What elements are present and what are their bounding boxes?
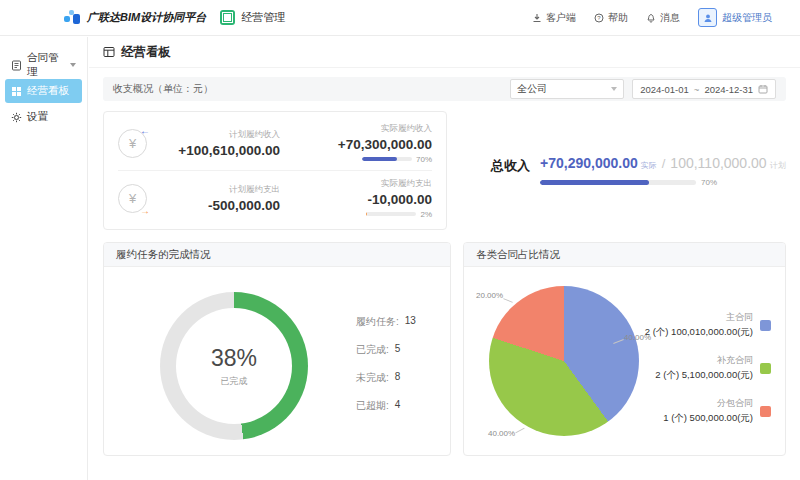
progress-fill [366, 212, 367, 216]
actual-expense: 实际履约支出 -10,000.00 2% [292, 178, 432, 219]
panel-title: 各类合同占比情况 [464, 243, 785, 267]
sidebar: 合同管理 经营看板 设置 [0, 37, 88, 480]
task-stats: 履约任务: 13 已完成: 5 未完成: 8 已超期: [356, 315, 416, 413]
income-row: ¥ ← 计划履约收入 +100,610,000.00 实际履约收入 +70,30… [118, 116, 432, 170]
donut-sublabel: 已完成 [221, 375, 248, 388]
donut-percent: 38% [211, 345, 257, 372]
chevron-down-icon [70, 63, 76, 67]
task-donut-chart: 38% 已完成 [160, 292, 308, 440]
main-content: 经营看板 收支概况（单位：元） 全公司 2024-01-01 ~ 2024-12… [89, 37, 800, 480]
contract-ratio-panel: 各类合同占比情况 20.00% 40.00% 40.00% 主合同 2 (个) … [463, 242, 786, 456]
actual-income: 实际履约收入 +70,300,000.00 70% [292, 123, 432, 164]
calendar-icon [758, 84, 768, 94]
arrow-in-icon: ← [140, 126, 150, 136]
desktop-download-icon [532, 13, 542, 23]
stat-row: 已超期: 4 [356, 399, 416, 413]
date-range-picker[interactable]: 2024-01-01 ~ 2024-12-31 [632, 79, 776, 99]
filter-controls: 全公司 2024-01-01 ~ 2024-12-31 [510, 79, 776, 99]
legend-swatch [760, 363, 771, 374]
contract-pie-chart [489, 286, 639, 436]
legend-item-supplement-contract[interactable]: 补充合同 2 (个) 5,100,000.00(元) [645, 354, 771, 382]
sidebar-item-label: 合同管理 [27, 51, 65, 79]
stat-row: 履约任务: 13 [356, 315, 416, 329]
progress-fill [540, 180, 649, 185]
dashboard-icon [11, 86, 22, 97]
income-progress: 70% [362, 155, 432, 164]
brand: 广联达BIM设计协同平台 经营管理 [64, 10, 285, 25]
arrow-out-icon: → [140, 206, 150, 216]
income-expense-card: ¥ ← 计划履约收入 +100,610,000.00 实际履约收入 +70,30… [103, 111, 447, 230]
messages-link-label: 消息 [660, 11, 680, 25]
client-link[interactable]: 客户端 [532, 11, 576, 25]
section-label: 收支概况（单位：元） [113, 82, 213, 96]
module-name: 经营管理 [241, 10, 285, 25]
chevron-down-icon [611, 87, 617, 91]
planned-income: 计划履约收入 +100,610,000.00 [147, 129, 292, 158]
sidebar-item-label: 设置 [27, 110, 48, 124]
filter-bar: 收支概况（单位：元） 全公司 2024-01-01 ~ 2024-12-31 [103, 77, 786, 101]
actual-total: +70,290,000.00 [540, 155, 638, 171]
total-income-progress: 70% [540, 178, 786, 187]
glodon-logo-icon [64, 10, 81, 25]
document-icon [11, 60, 22, 71]
avatar [698, 8, 717, 27]
svg-text:?: ? [597, 15, 601, 21]
task-completion-panel: 履约任务的完成情况 38% 已完成 履约任务: 13 [103, 242, 451, 456]
person-icon [703, 13, 713, 23]
stat-row: 已完成: 5 [356, 343, 416, 357]
pie-legend: 主合同 2 (个) 100,010,000.00(元) 补充合同 2 (个) 5… [645, 311, 771, 425]
bell-icon [646, 13, 656, 23]
pie-slice-label: 20.00% [476, 291, 503, 300]
company-select[interactable]: 全公司 [510, 79, 624, 99]
brand-title: 广联达BIM设计协同平台 [87, 10, 206, 25]
pie-slice-label: 40.00% [488, 429, 515, 438]
gear-icon [11, 112, 22, 123]
legend-swatch [760, 320, 771, 331]
total-income-block: 总收入 +70,290,000.00 实际 / 100,110,000.00 计… [491, 155, 786, 187]
help-link[interactable]: ? 帮助 [594, 11, 628, 25]
expense-progress: 2% [366, 210, 432, 219]
planned-total: 100,110,000.00 [670, 155, 766, 171]
legend-item-main-contract[interactable]: 主合同 2 (个) 100,010,000.00(元) [645, 311, 771, 339]
header-actions: 客户端 ? 帮助 消息 超级管理员 [532, 8, 772, 27]
date-separator: ~ [694, 84, 700, 95]
sidebar-item-dashboard[interactable]: 经营看板 [5, 79, 82, 103]
sidebar-item-label: 经营看板 [27, 84, 69, 98]
total-income-body: +70,290,000.00 实际 / 100,110,000.00 计划 70… [540, 155, 786, 187]
legend-item-subcontract[interactable]: 分包合同 1 (个) 500,000.00(元) [645, 397, 771, 425]
total-income-label: 总收入 [491, 157, 530, 175]
page-title: 经营看板 [121, 44, 171, 61]
income-expense-section: ¥ ← 计划履约收入 +100,610,000.00 实际履约收入 +70,30… [103, 111, 786, 230]
charts-section: 履约任务的完成情况 38% 已完成 履约任务: 13 [103, 242, 786, 456]
sidebar-item-contract-management[interactable]: 合同管理 [5, 53, 82, 77]
stat-row: 未完成: 8 [356, 371, 416, 385]
client-link-label: 客户端 [546, 11, 576, 25]
date-start: 2024-01-01 [640, 84, 689, 95]
business-module-icon [220, 10, 235, 25]
top-header: 广联达BIM设计协同平台 经营管理 客户端 ? 帮助 消息 超级管理员 [0, 0, 800, 36]
app-window: 广联达BIM设计协同平台 经营管理 客户端 ? 帮助 消息 超级管理员 [0, 0, 800, 480]
company-select-value: 全公司 [517, 82, 547, 96]
help-link-label: 帮助 [608, 11, 628, 25]
income-icon: ¥ ← [118, 129, 147, 158]
expense-icon: ¥ → [118, 184, 147, 213]
page-title-row: 经营看板 [89, 37, 800, 68]
user-menu[interactable]: 超级管理员 [698, 8, 772, 27]
board-icon [103, 46, 115, 58]
planned-expense: 计划履约支出 -500,000.00 [147, 184, 292, 213]
progress-fill [362, 157, 397, 161]
help-icon: ? [594, 13, 604, 23]
legend-swatch [760, 406, 771, 417]
total-income-values: +70,290,000.00 实际 / 100,110,000.00 计划 [540, 155, 786, 171]
user-name: 超级管理员 [722, 11, 772, 25]
panel-title: 履约任务的完成情况 [104, 243, 450, 267]
messages-link[interactable]: 消息 [646, 11, 680, 25]
sidebar-item-settings[interactable]: 设置 [5, 105, 82, 129]
expense-row: ¥ → 计划履约支出 -500,000.00 实际履约支出 -10,000.00… [118, 171, 432, 225]
date-end: 2024-12-31 [704, 84, 753, 95]
